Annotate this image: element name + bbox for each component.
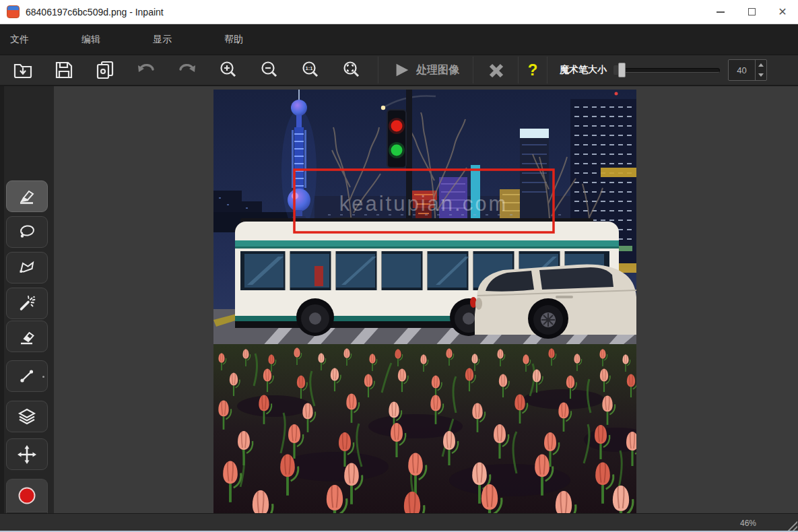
minimize-icon <box>717 11 725 13</box>
zoom-fit-button[interactable] <box>337 57 366 84</box>
help-button[interactable]: ? <box>519 57 547 84</box>
eraser-tool-button[interactable] <box>6 321 48 352</box>
spin-down-button[interactable] <box>756 70 766 80</box>
zoom-fit-icon <box>341 60 362 80</box>
zoom-out-button[interactable] <box>255 57 284 84</box>
layers-icon <box>17 407 37 427</box>
slider-track[interactable] <box>613 68 720 73</box>
zoom-actual-label: 1:1 <box>306 65 313 71</box>
layers-tool-button[interactable] <box>6 401 48 432</box>
zoom-out-icon <box>259 60 279 80</box>
undo-button[interactable] <box>131 57 161 84</box>
undo-icon <box>136 60 156 80</box>
tool-sidebar <box>0 86 54 513</box>
marker-icon <box>17 187 37 207</box>
zoom-actual-icon: 1:1 <box>300 60 321 80</box>
eraser-icon <box>17 327 37 347</box>
save-button[interactable] <box>49 57 79 84</box>
marker-tool-button[interactable] <box>6 180 48 212</box>
minimize-button[interactable] <box>705 0 736 24</box>
red-marker-icon <box>17 486 37 506</box>
slider-handle[interactable] <box>618 63 626 77</box>
redo-icon <box>177 60 197 80</box>
redo-button[interactable] <box>172 57 202 84</box>
move-tool-button[interactable] <box>6 438 48 470</box>
lasso-tool-button[interactable] <box>6 216 48 248</box>
save-icon <box>54 60 74 80</box>
zoom-level-indicator: 46% <box>740 519 756 528</box>
maximize-icon <box>748 8 756 15</box>
brush-size-label: 魔术笔大小 <box>560 64 607 76</box>
process-image-label: 处理图像 <box>416 63 459 77</box>
spin-up-button[interactable] <box>756 60 766 70</box>
brush-size-spinbox[interactable]: 40 <box>728 59 767 81</box>
polygon-lasso-tool-button[interactable] <box>6 252 48 284</box>
menu-help[interactable]: 帮助 <box>224 34 246 46</box>
canvas-image[interactable]: .c1{fill:#e87b66}.c2{fill:#ef9c88}.c3{fi… <box>213 90 636 513</box>
open-button[interactable] <box>8 57 38 84</box>
magic-wand-tool-button[interactable] <box>6 288 48 319</box>
copy-icon <box>95 60 115 80</box>
clear-selection-button[interactable] <box>473 57 518 84</box>
menu-edit[interactable]: 编辑 <box>81 34 103 46</box>
toolbar: 1:1 处理图像 ? 魔术笔大小 40 <box>0 55 798 86</box>
sidebar-edge <box>0 86 4 513</box>
brush-size-slider[interactable] <box>613 61 720 79</box>
maximize-button[interactable] <box>736 0 767 24</box>
resize-grip[interactable] <box>786 520 797 531</box>
menu-bar: 文件 编辑 显示 帮助 <box>0 24 798 55</box>
watermark-text: keaitupian.com <box>339 192 508 215</box>
open-icon <box>13 60 33 80</box>
menu-view[interactable]: 显示 <box>153 34 174 46</box>
main-area: .c1{fill:#e87b66}.c2{fill:#ef9c88}.c3{fi… <box>0 86 798 513</box>
close-icon: ✕ <box>778 7 787 18</box>
spin-arrows <box>755 60 766 80</box>
help-icon: ? <box>528 61 538 79</box>
line-tool-button[interactable] <box>6 360 48 392</box>
close-button[interactable]: ✕ <box>767 0 798 24</box>
copy-button[interactable] <box>90 57 120 84</box>
zoom-in-button[interactable] <box>213 57 243 84</box>
lasso-icon <box>17 222 37 242</box>
play-icon <box>392 61 411 79</box>
brush-size-value[interactable]: 40 <box>729 60 755 80</box>
window-title: 68406197c6bc509d.png - Inpaint <box>26 7 705 18</box>
line-icon <box>17 366 37 387</box>
photo-night-scene: .c1{fill:#e87b66}.c2{fill:#ef9c88}.c3{fi… <box>213 90 636 513</box>
magic-wand-icon <box>17 294 37 314</box>
move-icon <box>17 444 37 465</box>
zoom-actual-button[interactable]: 1:1 <box>296 57 325 84</box>
app-icon <box>7 5 20 18</box>
process-image-button[interactable]: 处理图像 <box>378 57 473 84</box>
red-marker-color-button[interactable] <box>6 479 48 512</box>
polygon-lasso-icon <box>17 258 37 278</box>
status-bar: 46% <box>0 513 798 532</box>
toolbar-separator <box>547 57 547 84</box>
clear-x-icon <box>486 60 506 80</box>
zoom-in-icon <box>218 60 238 80</box>
title-bar: 68406197c6bc509d.png - Inpaint ✕ <box>0 0 798 24</box>
menu-file[interactable]: 文件 <box>10 34 32 46</box>
